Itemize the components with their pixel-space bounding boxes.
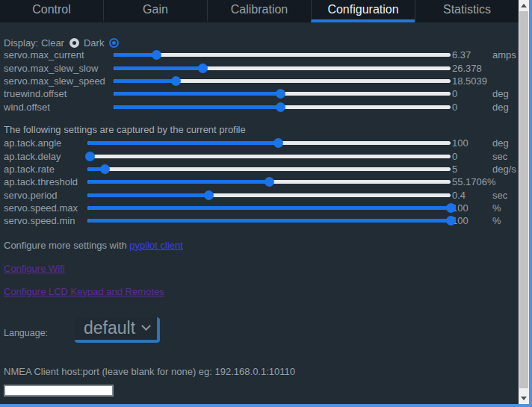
- wind-offset-slider[interactable]: [112, 102, 452, 113]
- setting-value: 0: [452, 151, 491, 162]
- setting-value: 6.37: [452, 49, 491, 60]
- setting-label: ap.tack.rate: [4, 164, 86, 175]
- slider-thumb[interactable]: [276, 102, 285, 112]
- setting-unit: deg: [491, 137, 519, 149]
- setting-label: servo.period: [4, 190, 86, 201]
- setting-value: 0: [452, 88, 491, 99]
- slider-thumb[interactable]: [85, 152, 95, 161]
- slider-row-wind-offset: wind.offset 0 deg: [4, 101, 519, 114]
- setting-value: 100: [452, 137, 491, 149]
- setting-label: servo.max_slew_speed: [4, 75, 112, 87]
- setting-value: 100: [452, 202, 491, 214]
- display-clear-radio[interactable]: [69, 38, 79, 48]
- slider-row-servo-max-slew-speed: servo.max_slew_speed 18.5039: [4, 75, 519, 87]
- display-theme-row: Display: Clear Dark: [4, 37, 519, 49]
- arrow-up-icon: [521, 4, 527, 7]
- slider-thumb[interactable]: [100, 164, 110, 174]
- configure-wifi-line: Configure Wifi: [4, 263, 519, 274]
- slider-thumb[interactable]: [446, 216, 456, 226]
- setting-value: 26.378: [452, 63, 491, 74]
- setting-value: 18.5039: [452, 75, 491, 87]
- slider-thumb[interactable]: [171, 76, 181, 86]
- tab-bar: Control Gain Calibration Configuration S…: [0, 0, 519, 22]
- nmea-client-input[interactable]: [4, 385, 114, 397]
- scrollbar-thumb[interactable]: [519, 11, 528, 388]
- setting-label: servo.max_slew_slow: [4, 63, 112, 74]
- setting-unit: sec: [491, 151, 519, 162]
- setting-label: truewind.offset: [4, 88, 112, 99]
- servo-max-current-slider[interactable]: [112, 49, 452, 60]
- slider-row-servo-speed-max: servo.speed.max 100 %: [4, 202, 519, 214]
- truewind-offset-slider[interactable]: [112, 88, 452, 99]
- more-settings-text: Configure more settings with: [4, 240, 129, 251]
- servo-max-slew-speed-slider[interactable]: [112, 75, 452, 87]
- ap-tack-rate-slider[interactable]: [86, 164, 452, 175]
- servo-speed-max-slider[interactable]: [86, 202, 452, 214]
- ap-tack-angle-slider[interactable]: [86, 137, 452, 149]
- setting-unit: deg/s: [491, 164, 519, 175]
- display-clear-label: Clear: [41, 37, 64, 49]
- nmea-client-label: NMEA Client host:port (leave blank for n…: [4, 366, 519, 378]
- arrow-down-icon: [521, 397, 527, 400]
- setting-unit: amps: [491, 49, 519, 60]
- slider-thumb[interactable]: [198, 63, 208, 73]
- configure-lcd-line: Configure LCD Keypad and Remotes: [4, 286, 519, 297]
- slider-row-servo-speed-min: servo.speed.min 100 %: [4, 214, 519, 227]
- language-selected-value: default: [84, 318, 135, 338]
- ap-tack-delay-slider[interactable]: [86, 151, 452, 162]
- slider-row-ap-tack-angle: ap.tack.angle 100 deg: [4, 137, 519, 149]
- slider-row-ap-tack-delay: ap.tack.delay 0 sec: [4, 149, 519, 162]
- configuration-content: Display: Clear Dark servo.max_current 6.…: [0, 22, 519, 397]
- ap-tack-threshold-slider[interactable]: [86, 176, 452, 187]
- setting-value: 100: [452, 215, 491, 226]
- display-dark-label: Dark: [84, 37, 104, 49]
- slider-thumb[interactable]: [152, 50, 161, 60]
- chevron-down-icon: [141, 321, 151, 331]
- slider-thumb[interactable]: [273, 138, 283, 148]
- setting-label: servo.max_current: [4, 49, 112, 60]
- slider-thumb[interactable]: [276, 89, 285, 99]
- tab-control[interactable]: Control: [0, 0, 103, 22]
- servo-period-slider[interactable]: [86, 190, 452, 201]
- scrollbar-down-button[interactable]: [519, 393, 529, 404]
- setting-label: ap.tack.threshold: [4, 176, 86, 187]
- slider-thumb[interactable]: [204, 190, 214, 200]
- servo-max-slew-slow-slider[interactable]: [112, 63, 452, 74]
- display-label: Display:: [4, 37, 38, 49]
- setting-value: 0.4: [452, 190, 491, 201]
- setting-label: servo.speed.min: [4, 215, 86, 226]
- setting-label: servo.speed.max: [4, 202, 86, 214]
- profile-note: The following settings are captured by t…: [4, 124, 519, 137]
- setting-label: wind.offset: [4, 102, 112, 113]
- setting-unit: sec: [491, 190, 519, 201]
- tab-gain[interactable]: Gain: [103, 0, 207, 22]
- setting-value: 5: [452, 164, 491, 175]
- setting-label: ap.tack.delay: [4, 151, 86, 162]
- setting-unit: deg: [491, 102, 519, 113]
- setting-unit: %: [491, 202, 519, 214]
- setting-value: 0: [452, 102, 491, 113]
- servo-speed-min-slider[interactable]: [86, 215, 452, 226]
- tab-configuration[interactable]: Configuration: [311, 0, 415, 22]
- pypilot-configuration-page: Control Gain Calibration Configuration S…: [0, 0, 529, 404]
- tab-calibration[interactable]: Calibration: [207, 0, 311, 22]
- display-dark-radio[interactable]: [109, 38, 119, 48]
- slider-row-ap-tack-rate: ap.tack.rate 5 deg/s: [4, 163, 519, 175]
- setting-value: 55.1706%: [452, 176, 491, 187]
- slider-row-servo-max-slew-slow: servo.max_slew_slow 26.378: [4, 61, 519, 74]
- configure-wifi-link[interactable]: Configure Wifi: [4, 263, 65, 274]
- slider-thumb[interactable]: [265, 177, 274, 187]
- slider-row-servo-max-current: servo.max_current 6.37 amps: [4, 49, 519, 61]
- scrollbar-up-button[interactable]: [519, 0, 529, 11]
- slider-row-ap-tack-threshold: ap.tack.threshold 55.1706%: [4, 175, 519, 188]
- setting-label: ap.tack.angle: [4, 137, 86, 149]
- configure-lcd-keypad-link[interactable]: Configure LCD Keypad and Remotes: [4, 286, 164, 297]
- language-select[interactable]: default: [75, 317, 160, 343]
- more-settings-line: Configure more settings with pypilot cli…: [4, 240, 519, 251]
- language-label: Language:: [4, 328, 75, 343]
- slider-thumb[interactable]: [446, 203, 456, 213]
- vertical-scrollbar[interactable]: [519, 0, 529, 404]
- tab-statistics[interactable]: Statistics: [415, 0, 519, 22]
- slider-row-truewind-offset: truewind.offset 0 deg: [4, 87, 519, 100]
- pypilot-client-link[interactable]: pypilot client: [129, 240, 183, 251]
